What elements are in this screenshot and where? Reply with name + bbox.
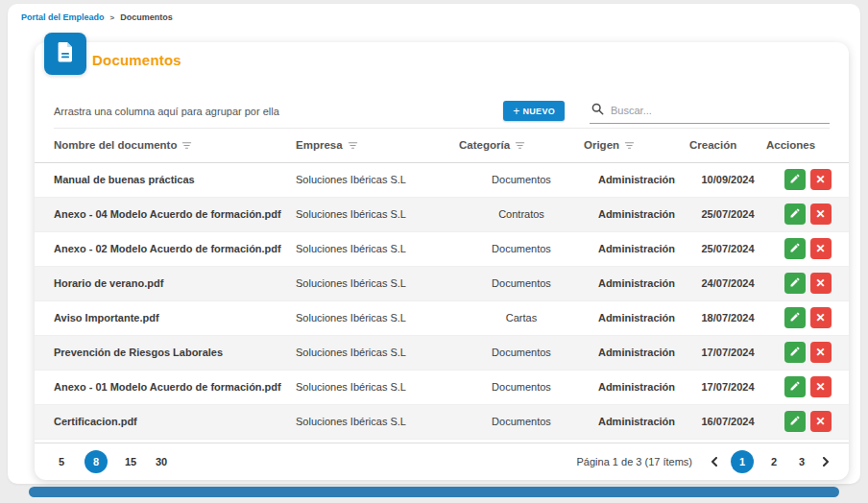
- delete-button[interactable]: ✕: [810, 411, 832, 432]
- delete-button[interactable]: ✕: [810, 273, 832, 294]
- new-document-button[interactable]: + NUEVO: [503, 101, 565, 121]
- company-cell: Soluciones Ibéricas S.L: [296, 162, 459, 197]
- column-header-actions: Acciones: [766, 129, 849, 162]
- page-title: Documentos: [92, 52, 181, 68]
- created-cell: 18/07/2024: [689, 300, 766, 335]
- search-icon: [591, 102, 604, 119]
- column-header-created[interactable]: Creación: [689, 129, 766, 162]
- table-row: Prevención de Riesgos Laborales Solucion…: [35, 335, 849, 370]
- breadcrumb-current: Documentos: [120, 12, 173, 22]
- documents-card: Documentos Arrastra una columna aquí par…: [35, 42, 849, 480]
- pager: 5 8 15 30 Página 1 de 3 (17 ítems) 1 2 3: [35, 443, 849, 480]
- category-cell: Documentos: [459, 370, 584, 404]
- grid-toolbar: Arrastra una columna aquí para agrupar p…: [54, 94, 830, 129]
- delete-button[interactable]: ✕: [810, 169, 832, 190]
- search-input[interactable]: [611, 105, 828, 116]
- actions-cell: ✕: [766, 404, 849, 439]
- close-icon: ✕: [815, 381, 825, 393]
- company-cell: Soluciones Ibéricas S.L: [296, 300, 459, 335]
- breadcrumb-separator: >: [110, 13, 115, 22]
- origin-cell: Administración: [584, 370, 689, 404]
- table-row: Aviso Importante.pdf Soluciones Ibéricas…: [35, 300, 849, 335]
- column-header-name[interactable]: Nombre del documento: [35, 129, 296, 162]
- filter-icon[interactable]: [515, 140, 525, 151]
- delete-button[interactable]: ✕: [810, 204, 832, 225]
- close-icon: ✕: [815, 208, 825, 220]
- filter-icon[interactable]: [624, 140, 635, 151]
- page-size-option-active[interactable]: 8: [84, 450, 108, 473]
- edit-button[interactable]: [784, 411, 806, 432]
- company-cell: Soluciones Ibéricas S.L: [296, 197, 459, 231]
- column-label: Creación: [689, 139, 736, 151]
- close-icon: ✕: [815, 347, 825, 358]
- created-cell: 10/09/2024: [689, 162, 766, 197]
- page-size-selector: 5 8 15 30: [54, 450, 169, 473]
- origin-cell: Administración: [584, 335, 689, 370]
- table-row: Anexo - 02 Modelo Acuerdo de formación.p…: [35, 231, 849, 266]
- close-icon: ✕: [815, 174, 825, 185]
- table-row: Anexo - 04 Modelo Acuerdo de formación.p…: [35, 197, 849, 231]
- created-cell: 17/07/2024: [689, 370, 766, 404]
- search-box: [590, 99, 830, 124]
- delete-button[interactable]: ✕: [810, 376, 832, 397]
- group-panel-hint: Arrastra una columna aquí para agrupar p…: [54, 106, 503, 117]
- edit-button[interactable]: [784, 376, 806, 397]
- company-cell: Soluciones Ibéricas S.L: [296, 335, 459, 370]
- column-label: Categoría: [459, 139, 510, 151]
- edit-button[interactable]: [784, 238, 806, 259]
- doc-name-cell: Anexo - 04 Modelo Acuerdo de formación.p…: [35, 197, 296, 231]
- origin-cell: Administración: [584, 300, 689, 335]
- actions-cell: ✕: [766, 335, 849, 370]
- column-header-company[interactable]: Empresa: [296, 129, 459, 162]
- column-label: Origen: [584, 139, 619, 151]
- origin-cell: Administración: [584, 404, 689, 439]
- column-label: Acciones: [766, 139, 815, 151]
- column-label: Nombre del documento: [54, 139, 177, 151]
- horizontal-scrollbar[interactable]: [29, 487, 839, 497]
- table-row: Certificacion.pdf Soluciones Ibéricas S.…: [35, 404, 849, 439]
- chevron-right-icon[interactable]: [822, 457, 830, 467]
- column-header-category[interactable]: Categoría: [459, 129, 584, 162]
- delete-button[interactable]: ✕: [810, 342, 832, 363]
- pencil-icon: [789, 380, 801, 395]
- category-cell: Documentos: [459, 162, 584, 197]
- close-icon: ✕: [815, 312, 825, 323]
- page-number[interactable]: 3: [794, 456, 809, 467]
- pencil-icon: [789, 207, 801, 222]
- breadcrumb-root-link[interactable]: Portal del Empleado: [21, 12, 105, 22]
- table-row: Anexo - 01 Modelo Acuerdo de formación.p…: [35, 370, 849, 404]
- page-number-active[interactable]: 1: [731, 450, 754, 473]
- page-number[interactable]: 2: [766, 456, 782, 467]
- page-size-option[interactable]: 30: [154, 456, 169, 467]
- company-cell: Soluciones Ibéricas S.L: [296, 231, 459, 266]
- actions-cell: ✕: [766, 370, 849, 404]
- origin-cell: Administración: [584, 197, 689, 231]
- edit-button[interactable]: [784, 169, 806, 190]
- pencil-icon: [789, 311, 801, 325]
- edit-button[interactable]: [784, 273, 806, 294]
- pencil-icon: [789, 242, 801, 256]
- company-cell: Soluciones Ibéricas S.L: [296, 404, 459, 439]
- delete-button[interactable]: ✕: [810, 307, 832, 328]
- page-size-option[interactable]: 15: [123, 456, 138, 467]
- filter-icon[interactable]: [181, 140, 192, 151]
- chevron-left-icon[interactable]: [711, 457, 718, 467]
- pencil-icon: [789, 276, 801, 291]
- pencil-icon: [789, 415, 801, 429]
- edit-button[interactable]: [784, 342, 806, 363]
- edit-button[interactable]: [784, 307, 806, 328]
- pencil-icon: [789, 346, 801, 360]
- pencil-icon: [789, 173, 801, 187]
- filter-icon[interactable]: [348, 140, 358, 151]
- breadcrumb: Portal del Empleado > Documentos: [21, 12, 173, 22]
- actions-cell: ✕: [766, 197, 849, 231]
- delete-button[interactable]: ✕: [810, 238, 832, 259]
- close-icon: ✕: [815, 416, 825, 427]
- edit-button[interactable]: [784, 204, 806, 225]
- company-cell: Soluciones Ibéricas S.L: [296, 266, 459, 300]
- page-size-option[interactable]: 5: [54, 456, 69, 467]
- created-cell: 25/07/2024: [689, 197, 766, 231]
- new-button-label: NUEVO: [522, 107, 555, 116]
- column-header-origin[interactable]: Origen: [584, 129, 689, 162]
- app-panel: Portal del Empleado > Documentos Documen…: [8, 4, 860, 484]
